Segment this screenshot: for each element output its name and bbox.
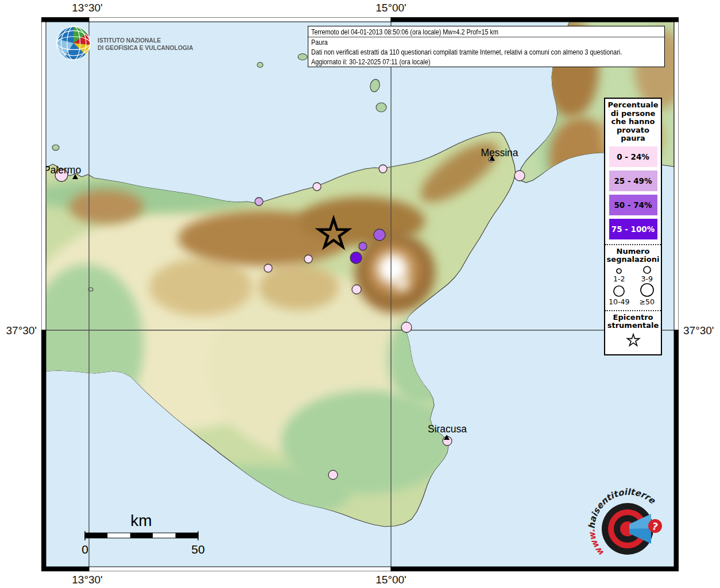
axis-label-lon-right-top: 15°00' bbox=[376, 2, 407, 14]
legend-signals-title: Numero segnalazioni bbox=[605, 247, 661, 264]
signal-size-item: 10-49 bbox=[605, 283, 633, 305]
felt-report-point bbox=[352, 285, 361, 294]
signal-size-circle-icon bbox=[642, 265, 652, 274]
city-label: Palermo bbox=[44, 164, 81, 176]
signal-size-item: 3-9 bbox=[633, 265, 661, 283]
legend-signal-sizes: 1-23-910-49≥50 bbox=[605, 265, 661, 305]
island-ustica bbox=[52, 145, 59, 150]
info-disclaimer-row: Dati non verificati estratti da 110 ques… bbox=[308, 47, 664, 57]
info-title: Terremoto del 04-01-2013 08:50:06 (ora l… bbox=[311, 26, 498, 37]
legend-classes: 0 - 24%25 - 49%50 - 74%75 - 100% bbox=[605, 146, 661, 239]
scale-bar-end: 50 bbox=[191, 543, 204, 556]
legend-separator-2 bbox=[605, 310, 661, 311]
felt-report-point bbox=[255, 198, 263, 206]
felt-report-point bbox=[350, 252, 362, 264]
info-updated: Aggiornato il: 30-12-2025 07:11 (ora loc… bbox=[311, 57, 431, 67]
city-label: Messina bbox=[481, 147, 518, 158]
felt-report-point bbox=[401, 322, 412, 332]
info-title-row: Terremoto del 04-01-2013 08:50:06 (ora l… bbox=[308, 26, 664, 37]
felt-report-point bbox=[374, 229, 385, 241]
info-effect: Paura bbox=[311, 37, 328, 47]
legend-class-swatch: 0 - 24% bbox=[609, 146, 657, 167]
epicenter-star-icon bbox=[621, 331, 646, 349]
info-updated-row: Aggiornato il: 30-12-2025 07:11 (ora loc… bbox=[308, 57, 664, 67]
ingv-logo: ISTITUTO NAZIONALE DI GEOFISICA E VULCAN… bbox=[56, 25, 204, 63]
legend-separator-1 bbox=[605, 244, 661, 245]
axis-label-lat-right: 37°30' bbox=[683, 324, 714, 337]
island-filicudi bbox=[298, 54, 307, 60]
island-alicudi bbox=[257, 63, 263, 68]
axis-label-lat-left: 37°30' bbox=[6, 324, 37, 337]
felt-map-page: 13°30' 15°00' 13°30' 15°00' 37°30' 37°30… bbox=[0, 0, 720, 588]
signal-size-item: 1-2 bbox=[605, 265, 633, 283]
legend-epicenter-symbol bbox=[605, 331, 661, 351]
signal-size-circle-icon bbox=[613, 285, 625, 297]
axis-label-lon-right-bottom: 15°00' bbox=[376, 574, 407, 586]
earthquake-info-box: Terremoto del 04-01-2013 08:50:06 (ora l… bbox=[308, 26, 665, 67]
island-vulcano bbox=[376, 103, 386, 112]
ingv-logo-text: ISTITUTO NAZIONALE DI GEOFISICA E VULCAN… bbox=[98, 37, 193, 52]
legend-class-swatch: 50 - 74% bbox=[609, 195, 657, 215]
felt-report-point bbox=[514, 171, 525, 181]
ingv-line1: ISTITUTO NAZIONALE bbox=[98, 37, 193, 44]
axis-label-lon-left-top: 13°30' bbox=[72, 2, 103, 14]
signal-size-label: ≥50 bbox=[640, 298, 655, 305]
legend-panel: Percentuale di persone che hanno provato… bbox=[604, 98, 662, 355]
scale-bar-start: 0 bbox=[82, 543, 88, 556]
signal-size-label: 10-49 bbox=[609, 298, 629, 305]
axis-label-lon-left-bottom: 13°30' bbox=[72, 574, 103, 586]
info-effect-row: Paura bbox=[308, 37, 664, 47]
legend-class-swatch: 25 - 49% bbox=[609, 171, 657, 191]
legend-class-swatch: 75 - 100% bbox=[609, 219, 657, 239]
ingv-globe-icon bbox=[56, 25, 94, 63]
ingv-line2: DI GEOFISICA E VULCANOLOGIA bbox=[98, 44, 193, 52]
felt-report-point bbox=[328, 470, 338, 479]
city-label: Siracusa bbox=[428, 423, 467, 435]
legend-epicenter-title: Epicentro strumentale bbox=[605, 314, 661, 330]
info-disclaimer: Dati non verificati estratti da 110 ques… bbox=[311, 47, 622, 57]
felt-report-point bbox=[304, 255, 312, 263]
signal-size-circle-icon bbox=[616, 268, 622, 274]
felt-report-point bbox=[359, 242, 367, 250]
signal-size-label: 1-2 bbox=[613, 275, 625, 283]
felt-report-point bbox=[264, 264, 272, 272]
signal-size-label: 3-9 bbox=[641, 275, 653, 283]
legend-title: Percentuale di persone che hanno provato… bbox=[605, 101, 661, 143]
signal-size-circle-icon bbox=[640, 283, 655, 297]
map-canvas: PalermoMessinaSiracusa km 0 50 bbox=[41, 17, 679, 571]
felt-report-point bbox=[313, 183, 321, 191]
haisentitoilterremoto-logo: ? www.haisentitoilterremoto.it bbox=[587, 485, 679, 577]
felt-report-point bbox=[379, 165, 387, 173]
scale-bar-unit: km bbox=[130, 512, 152, 529]
signal-size-item: ≥50 bbox=[633, 283, 661, 305]
